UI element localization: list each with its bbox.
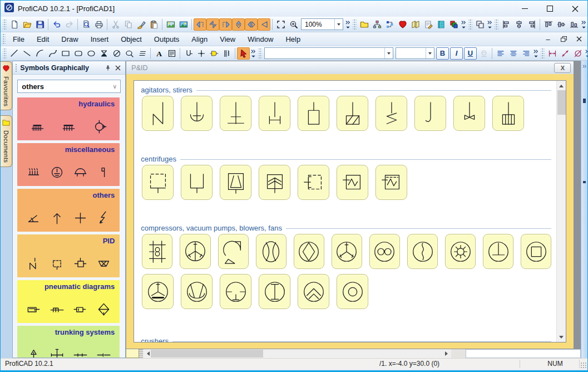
- menu-item-align[interactable]: Align: [185, 32, 214, 46]
- drawing-toolbar-grip[interactable]: [3, 47, 7, 60]
- line-diagonal-button[interactable]: [21, 47, 33, 60]
- horizontal-scroll-thumb[interactable]: [151, 350, 263, 358]
- symbol-tile-ce-dashed-bracket[interactable]: [298, 165, 329, 200]
- mirror-horizontal-button[interactable]: [245, 18, 258, 31]
- vertical-scrollbar[interactable]: [556, 81, 566, 342]
- symbol-tile-co-scroll-fan[interactable]: [218, 234, 249, 269]
- main-toolbar-overflow-chevron-icon[interactable]: [460, 18, 467, 31]
- symbol-tile-co-diamond[interactable]: [294, 234, 324, 269]
- menu-item-edit[interactable]: Edit: [31, 32, 55, 46]
- symbol-tile-ag-turbine-grid[interactable]: [492, 96, 524, 131]
- gate-button[interactable]: [207, 47, 220, 60]
- flip-rotate-left-button[interactable]: [194, 18, 206, 31]
- folder-symbols-button[interactable]: [358, 18, 370, 31]
- italic-button[interactable]: I: [450, 47, 463, 60]
- circle-slash-button[interactable]: [110, 47, 123, 60]
- menu-bar-grip[interactable]: [2, 33, 6, 45]
- align-middle-objects-button[interactable]: [555, 18, 567, 31]
- hook-button[interactable]: [182, 47, 195, 60]
- symbol-tile-co-double-chevron[interactable]: [298, 274, 329, 309]
- redo-button[interactable]: [63, 18, 76, 31]
- image-export-button[interactable]: [164, 18, 177, 31]
- symbol-tile-co-ibeam[interactable]: [259, 274, 290, 309]
- image-view-button[interactable]: [177, 18, 190, 31]
- multiline-button[interactable]: [136, 47, 149, 60]
- drawing-toolbar-overflow-chevron-icon[interactable]: [584, 47, 588, 60]
- symbol-tile-ce-zigzag-line[interactable]: [337, 165, 368, 200]
- rotate-right-button[interactable]: [219, 18, 232, 31]
- symbol-tile-co-roots[interactable]: [369, 234, 400, 269]
- align-text-right-button[interactable]: [520, 47, 532, 60]
- main-toolbar-overflow-chevron-icon[interactable]: [344, 18, 352, 31]
- scroll-right-icon[interactable]: [442, 349, 451, 358]
- symbol-tile-ag-anchor[interactable]: [181, 96, 213, 131]
- symbol-tile-ce-u[interactable]: [181, 165, 213, 200]
- ellipse-handle-button[interactable]: [123, 47, 136, 60]
- favourites-heart-button[interactable]: [396, 18, 409, 31]
- hourglass-button[interactable]: [97, 47, 110, 60]
- copy-button[interactable]: [122, 18, 135, 31]
- symbol-tile-ce-chevron-tree[interactable]: [259, 165, 290, 200]
- symbol-tile-ag-rect[interactable]: [298, 96, 329, 131]
- font-combo-arrow-icon[interactable]: [384, 48, 393, 58]
- main-toolbar-grip[interactable]: [495, 18, 498, 31]
- symbol-tile-co-cone[interactable]: [181, 274, 213, 309]
- symbol-tile-ag-propeller[interactable]: [453, 96, 485, 131]
- arrow-left-button[interactable]: [258, 18, 270, 31]
- dim-diameter-button[interactable]: [571, 47, 584, 60]
- menu-item-help[interactable]: Help: [279, 32, 307, 46]
- align-text-center-button[interactable]: [507, 47, 520, 60]
- pin-icon[interactable]: [103, 63, 113, 73]
- symbol-tile-co-propeller-bar[interactable]: [142, 274, 174, 309]
- flip-vertical-button[interactable]: [206, 18, 219, 31]
- dock-overflow-chevron-icon[interactable]: [582, 62, 587, 72]
- dim-linear-button[interactable]: [546, 47, 559, 60]
- mdi-restore-button[interactable]: [559, 34, 569, 44]
- main-toolbar-overflow-chevron-icon[interactable]: [486, 18, 493, 31]
- save-button[interactable]: [33, 18, 46, 31]
- select-area-button[interactable]: [274, 18, 287, 31]
- maximize-button[interactable]: [537, 1, 562, 17]
- symbol-tile-co-square[interactable]: [521, 234, 551, 269]
- align-top-objects-button[interactable]: [542, 18, 555, 31]
- menu-item-file[interactable]: File: [7, 32, 31, 46]
- symbol-tile-ag-hook[interactable]: [414, 96, 446, 131]
- vertical-scroll-thumb[interactable]: [557, 90, 566, 115]
- symbol-tile-co-propeller-down[interactable]: [332, 234, 362, 269]
- mdi-minimize-button[interactable]: –: [543, 34, 553, 44]
- open-folder-button[interactable]: [21, 18, 33, 31]
- menu-item-view[interactable]: View: [214, 32, 241, 46]
- mdi-close-button[interactable]: [574, 34, 584, 44]
- category-tile-others[interactable]: others: [17, 189, 120, 232]
- category-tile-trunking-systems[interactable]: trunking systems: [17, 326, 120, 358]
- symbol-tile-co-ladder-8[interactable]: [142, 234, 172, 269]
- print-button[interactable]: [92, 18, 105, 31]
- zoom-in-button[interactable]: [287, 18, 300, 31]
- ellipse-button[interactable]: [85, 47, 97, 60]
- size-combo-arrow-icon[interactable]: [426, 48, 434, 58]
- terminal-strip-button[interactable]: [220, 47, 233, 60]
- symbol-tile-co-ticks-tee[interactable]: [220, 274, 251, 309]
- drawing-toolbar-grip[interactable]: [258, 47, 262, 60]
- arc-button[interactable]: [33, 47, 46, 60]
- size-combo[interactable]: [396, 47, 434, 59]
- sidebar-tab-favourites[interactable]: Favourites: [1, 61, 12, 110]
- symbol-tile-ag-zigzag[interactable]: [142, 96, 174, 131]
- symbol-tile-co-turbine-3blade[interactable]: [180, 234, 210, 269]
- page-tab[interactable]: [126, 349, 139, 358]
- symbol-tile-ag-spiral[interactable]: [375, 96, 407, 131]
- horizontal-scrollbar[interactable]: [143, 349, 451, 358]
- symbol-group-dropdown[interactable]: others ∨: [17, 80, 121, 93]
- align-center-objects-button[interactable]: [512, 18, 525, 31]
- bezier-button[interactable]: [46, 47, 59, 60]
- symbol-tile-ag-rect-hatched[interactable]: [337, 96, 368, 131]
- menu-item-insert[interactable]: Insert: [85, 32, 115, 46]
- edit-page-button[interactable]: [422, 18, 434, 31]
- symbol-tile-ce-dashed-u[interactable]: [142, 165, 174, 200]
- align-text-left-button[interactable]: [494, 47, 507, 60]
- zoom-combo-arrow-icon[interactable]: [334, 19, 343, 30]
- main-toolbar-grip[interactable]: [353, 18, 357, 31]
- symbol-tile-ag-paddle-h[interactable]: [259, 96, 290, 131]
- drawing-toolbar-overflow-chevron-icon[interactable]: [250, 47, 257, 60]
- bold-button[interactable]: B: [436, 47, 449, 60]
